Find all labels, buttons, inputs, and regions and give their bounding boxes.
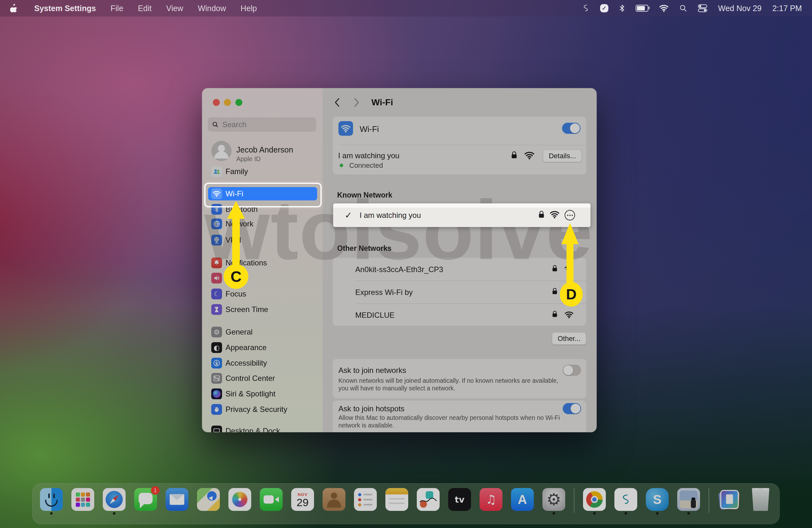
- dock: 1 NOV29 tv ♫ A ⚙ S: [32, 483, 780, 524]
- dock-facetime[interactable]: [260, 488, 282, 511]
- sidebar-item-wifi[interactable]: Wi-Fi: [208, 187, 317, 201]
- sidebar-item-vpn[interactable]: VPN: [208, 233, 317, 247]
- hand-icon: [211, 404, 222, 415]
- other-networks-card: An0kit-ss3ccA-Eth3r_CP3 Express Wi-Fi by…: [333, 258, 586, 326]
- dock-reminders[interactable]: [354, 488, 377, 511]
- sidebar-item-accessibility[interactable]: Accessibility: [208, 356, 317, 370]
- sidebar-search[interactable]: [208, 117, 316, 132]
- ask-to-join-hotspots-card: Ask to join hotspots Allow this Mac to a…: [333, 400, 586, 432]
- battery-status-icon[interactable]: [636, 3, 648, 13]
- sidebar-item-bluetooth[interactable]: Bluetooth: [208, 203, 317, 216]
- sidebar-item-privacy-security[interactable]: Privacy & Security: [208, 403, 317, 416]
- accessibility-icon: [211, 358, 222, 368]
- sidebar-item-network[interactable]: Network: [208, 217, 317, 231]
- dock-safari[interactable]: [103, 488, 126, 511]
- dock-freeform[interactable]: [417, 488, 440, 511]
- dock-downloads[interactable]: [718, 488, 741, 511]
- vpn-globe-icon: [211, 235, 222, 246]
- minimize-button[interactable]: [224, 99, 231, 106]
- system-settings-window: Jecob Anderson Apple ID Family Bluetooth…: [202, 88, 597, 432]
- details-button[interactable]: Details...: [543, 150, 582, 162]
- dock-maps[interactable]: [197, 488, 220, 511]
- dock-launchpad[interactable]: [71, 488, 94, 511]
- dock-chrome[interactable]: [583, 488, 606, 511]
- bluetooth-status-icon[interactable]: [619, 3, 625, 13]
- sidebar-item-control-center[interactable]: Control Center: [208, 372, 317, 385]
- sidebar-item-sound[interactable]: Sound: [208, 272, 317, 285]
- ask-to-join-networks-card: Ask to join networks Known networks will…: [333, 359, 586, 398]
- forward-button[interactable]: [353, 98, 361, 107]
- dock-finder[interactable]: [40, 488, 63, 511]
- menu-help[interactable]: Help: [241, 4, 257, 13]
- app-store-icon: A: [511, 488, 534, 511]
- sidebar-item-general[interactable]: ⚙ General: [208, 325, 317, 339]
- dock-surfshark[interactable]: [614, 488, 637, 511]
- bell-icon: [211, 258, 222, 268]
- spotlight-search-icon[interactable]: [679, 3, 687, 13]
- ask-networks-title: Ask to join networks: [338, 366, 406, 375]
- known-network-row[interactable]: ✓ I am watching you: [333, 203, 591, 227]
- more-options-icon[interactable]: [565, 210, 575, 220]
- shield-check-status-icon[interactable]: ✓: [600, 4, 608, 12]
- toggles-icon: [211, 373, 222, 384]
- dock-calendar[interactable]: NOV29: [291, 488, 314, 511]
- wifi-status-icon[interactable]: [659, 3, 669, 13]
- lock-icon: [511, 151, 517, 161]
- ask-networks-toggle[interactable]: [563, 365, 581, 376]
- sidebar-item-screen-time[interactable]: Screen Time: [208, 303, 317, 316]
- sidebar-item-family[interactable]: Family: [208, 165, 317, 178]
- hourglass-icon: [211, 304, 222, 315]
- menu-edit[interactable]: Edit: [138, 4, 151, 13]
- menubar-date[interactable]: Wed Nov 29: [718, 4, 762, 13]
- dock-divider: [574, 488, 575, 513]
- sidebar-item-appearance[interactable]: ◐ Appearance: [208, 341, 317, 354]
- wifi-card: Wi-Fi I am watching you Connected Detail…: [333, 117, 586, 174]
- freeform-icon: [417, 488, 440, 511]
- control-center-status-icon[interactable]: [698, 3, 707, 13]
- dock-image-viewer[interactable]: [677, 488, 700, 511]
- dock-system-settings[interactable]: ⚙: [542, 488, 565, 511]
- back-button[interactable]: [333, 98, 341, 107]
- ask-hotspots-toggle[interactable]: [563, 403, 581, 414]
- lock-icon: [538, 210, 545, 220]
- dock-apple-tv[interactable]: tv: [448, 488, 471, 511]
- zoom-button[interactable]: [235, 99, 242, 106]
- wifi-toggle[interactable]: [562, 123, 580, 134]
- reminders-icon: [354, 488, 377, 511]
- safari-icon: [103, 488, 126, 511]
- sidebar-item-siri-spotlight[interactable]: Siri & Spotlight: [208, 387, 317, 400]
- dock-music[interactable]: ♫: [480, 488, 503, 511]
- menubar-app-name[interactable]: System Settings: [34, 4, 96, 13]
- other-networks-button[interactable]: Other...: [552, 332, 586, 345]
- dock-contacts[interactable]: [322, 488, 345, 511]
- profile-name[interactable]: Jecob Anderson: [236, 145, 293, 155]
- search-input[interactable]: [222, 120, 299, 129]
- wifi-card-label: Wi-Fi: [360, 124, 379, 134]
- surfshark-status-icon[interactable]: [582, 3, 589, 13]
- music-icon: ♫: [480, 488, 503, 511]
- dock-trash[interactable]: [749, 488, 772, 511]
- menu-window[interactable]: Window: [198, 4, 226, 13]
- dock-messages[interactable]: 1: [134, 488, 157, 511]
- dock-photos[interactable]: [228, 488, 251, 511]
- dock-notes[interactable]: [386, 488, 408, 511]
- notes-icon: [386, 488, 408, 511]
- page-title: Wi-Fi: [372, 97, 393, 107]
- dock-skype[interactable]: S: [646, 488, 669, 511]
- wifi-icon: [211, 188, 222, 199]
- known-network-name: I am watching you: [360, 211, 421, 220]
- close-button[interactable]: [213, 99, 220, 106]
- lock-icon: [552, 310, 557, 319]
- dock-app-store[interactable]: A: [511, 488, 534, 511]
- trash-icon: [751, 488, 770, 511]
- apple-menu-icon[interactable]: [10, 3, 18, 13]
- menu-file[interactable]: File: [111, 4, 124, 13]
- chrome-icon: [583, 488, 606, 511]
- sidebar-item-focus[interactable]: ☾ Focus: [208, 287, 317, 300]
- sidebar-item-notifications[interactable]: Notifications: [208, 256, 317, 269]
- dock-mail[interactable]: [165, 488, 188, 511]
- menu-view[interactable]: View: [166, 4, 183, 13]
- sidebar-item-desktop-dock[interactable]: Desktop & Dock: [208, 424, 317, 432]
- avatar[interactable]: [211, 141, 232, 161]
- menubar-time[interactable]: 2:17 PM: [772, 4, 802, 13]
